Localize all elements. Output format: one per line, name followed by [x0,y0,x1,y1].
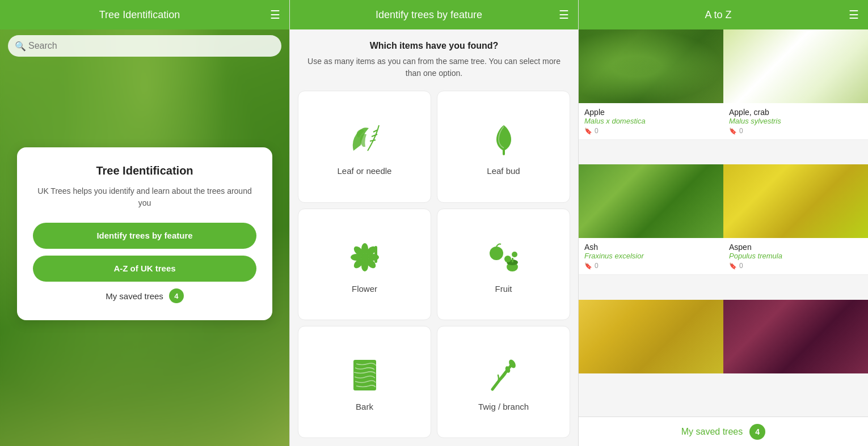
tree-image-row3-right [723,300,868,373]
tree-latin-apple-crab: Malus sylvestris [729,117,862,125]
hamburger-icon[interactable]: ☰ [270,8,280,22]
bookmark-icon-aspen: 🔖 [729,262,737,270]
saved-trees-row: My saved trees 4 [33,288,256,303]
svg-point-16 [504,256,511,262]
svg-rect-15 [512,258,513,262]
footer-saved-badge: 4 [749,424,765,440]
feature-bark[interactable]: Bark [298,326,431,438]
feature-twig[interactable]: Twig / branch [437,326,570,438]
bud-icon [484,120,524,159]
bookmark-icon-ash: 🔖 [584,262,592,270]
leaf-icon [345,120,385,159]
tree-item-row3-right[interactable] [723,300,868,417]
bud-label: Leaf bud [487,166,520,176]
saved-trees-label: My saved trees [106,291,163,301]
az-header-title: A to Z [588,9,849,21]
twig-icon [484,355,524,395]
leaf-label: Leaf or needle [338,166,392,176]
tree-common-aspen: Aspen [729,243,862,252]
search-bar-wrapper: 🔍 [0,29,289,62]
tree-info-ash: Ash Fraxinus excelsior 🔖 0 [579,238,723,275]
tree-info-aspen: Aspen Populus tremula 🔖 0 [723,238,868,275]
home-card: Tree Identification UK Trees helps you i… [17,147,272,320]
fruit-icon [484,237,524,277]
question-title: Which items have you found? [301,41,567,51]
card-description: UK Trees helps you identify and learn ab… [33,185,256,209]
hamburger-icon-3[interactable]: ☰ [849,8,859,22]
tree-count-apple-crab: 0 [739,127,743,135]
tree-item-aspen[interactable]: Aspen Populus tremula 🔖 0 [723,164,868,299]
tree-common-ash: Ash [584,243,718,252]
tree-count-row-apple-crab: 🔖 0 [729,127,862,135]
flower-icon [345,237,385,277]
az-trees-button[interactable]: A-Z of UK trees [33,256,256,282]
bark-label: Bark [356,402,373,411]
tree-info-apple: Apple Malus x domestica 🔖 0 [579,103,723,140]
flower-label: Flower [352,284,377,294]
panel-identify: Identify trees by feature ☰ Which items … [289,0,579,446]
feature-grid: Leaf or needle Leaf bud [290,83,578,446]
feature-flower[interactable]: Flower [298,209,431,321]
tree-count-row-apple: 🔖 0 [584,127,718,135]
svg-point-10 [361,254,368,261]
question-area: Which items have you found? Use as many … [290,29,578,83]
tree-image-apple-crab [723,29,868,103]
tree-common-apple: Apple [584,108,718,117]
tree-image-ash [579,164,723,238]
tree-latin-apple: Malus x domestica [584,117,718,125]
bookmark-icon-apple-crab: 🔖 [729,128,737,135]
home-header: Tree Identification ☰ [0,0,289,29]
tree-item-apple[interactable]: Apple Malus x domestica 🔖 0 [579,29,723,164]
az-footer[interactable]: My saved trees 4 [579,417,868,446]
hamburger-icon-2[interactable]: ☰ [559,8,569,22]
tree-count-ash: 0 [595,262,599,270]
panel-az: A to Z ☰ Apple Malus x domestica 🔖 0 App… [579,0,868,446]
tree-item-row3-left[interactable] [579,300,723,417]
feature-fruit[interactable]: Fruit [437,209,570,321]
identify-by-feature-button[interactable]: Identify trees by feature [33,223,256,249]
feature-bud[interactable]: Leaf bud [437,91,570,203]
question-description: Use as many items as you can from the sa… [301,56,567,79]
home-header-title: Tree Identification [9,9,270,21]
tree-item-ash[interactable]: Ash Fraxinus excelsior 🔖 0 [579,164,723,299]
bookmark-icon-apple: 🔖 [584,128,592,135]
tree-count-row-ash: 🔖 0 [584,262,718,270]
search-input[interactable] [8,35,281,57]
tree-count-aspen: 0 [739,262,743,270]
panel-home: Tree Identification ☰ 🔍 Tree Identificat… [0,0,289,446]
search-icon: 🔍 [15,41,26,52]
footer-saved-label: My saved trees [681,427,743,437]
tree-common-apple-crab: Apple, crab [729,108,862,117]
tree-image-aspen [723,164,868,238]
fruit-label: Fruit [495,284,512,294]
tree-count-row-aspen: 🔖 0 [729,262,862,270]
svg-point-12 [490,247,503,260]
tree-latin-aspen: Populus tremula [729,252,862,260]
twig-label: Twig / branch [478,402,529,411]
az-header: A to Z ☰ [579,0,868,29]
tree-latin-ash: Fraxinus excelsior [584,252,718,260]
tree-count-apple: 0 [595,127,599,135]
tree-info-apple-crab: Apple, crab Malus sylvestris 🔖 0 [723,103,868,140]
identify-header: Identify trees by feature ☰ [290,0,578,29]
bark-icon [345,355,385,395]
identify-header-title: Identify trees by feature [299,9,559,21]
card-title: Tree Identification [33,164,256,177]
tree-image-apple [579,29,723,103]
svg-point-17 [512,252,517,257]
saved-trees-badge: 4 [169,288,184,303]
tree-grid: Apple Malus x domestica 🔖 0 Apple, crab … [579,29,868,417]
tree-item-apple-crab[interactable]: Apple, crab Malus sylvestris 🔖 0 [723,29,868,164]
feature-leaf[interactable]: Leaf or needle [298,91,431,203]
tree-image-row3-left [579,300,723,373]
